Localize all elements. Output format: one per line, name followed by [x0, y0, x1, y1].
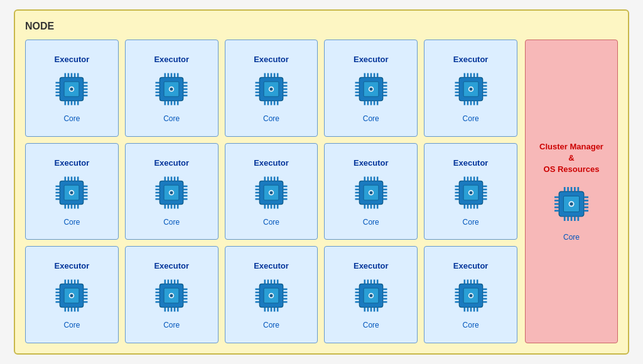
core-label: Core	[363, 321, 379, 329]
executor-box-1-2: Executor Core	[225, 143, 318, 240]
cpu-chip-icon	[150, 68, 193, 110]
cpu-chip-icon	[250, 274, 293, 317]
cluster-panel: Cluster Manager&OS Resources	[525, 40, 618, 343]
executor-label: Executor	[354, 158, 389, 168]
executor-label: Executor	[55, 55, 90, 64]
executor-box-1-1: Executor Core	[125, 143, 219, 240]
svg-point-27	[170, 87, 173, 90]
svg-point-123	[70, 191, 73, 194]
executor-box-2-2: Executor Core	[225, 246, 318, 343]
core-label: Core	[463, 321, 479, 329]
executor-label: Executor	[254, 261, 289, 270]
cluster-manager-title: Cluster Manager&OS Resources	[539, 141, 603, 176]
svg-point-171	[269, 191, 273, 194]
svg-point-147	[170, 191, 173, 194]
executor-label: Executor	[154, 55, 189, 64]
executor-label: Executor	[354, 55, 389, 64]
cluster-chip-icon	[549, 181, 594, 227]
executor-label: Executor	[453, 158, 489, 168]
core-label: Core	[263, 114, 279, 123]
cpu-chip-icon	[50, 68, 93, 110]
executor-label: Executor	[154, 158, 189, 168]
executors-area: Executor CoreExecutor	[25, 40, 517, 343]
cluster-core-label: Core	[563, 233, 580, 242]
cpu-chip-icon	[50, 171, 93, 214]
svg-point-363	[570, 203, 573, 206]
executor-label: Executor	[453, 261, 489, 270]
core-label: Core	[163, 114, 180, 123]
executor-box-0-2: Executor Core	[225, 40, 318, 137]
main-layout: Executor CoreExecutor	[25, 40, 618, 343]
core-label: Core	[363, 218, 379, 227]
executor-box-2-4: Executor Core	[424, 246, 517, 343]
executor-label: Executor	[354, 261, 389, 270]
cpu-chip-icon	[250, 68, 293, 110]
cpu-chip-icon	[250, 171, 293, 214]
executor-label: Executor	[55, 158, 90, 168]
core-label: Core	[63, 218, 80, 227]
core-label: Core	[363, 114, 379, 123]
executor-box-2-3: Executor Core	[324, 246, 418, 343]
core-label: Core	[63, 114, 80, 123]
svg-point-339	[469, 294, 472, 297]
executor-box-2-1: Executor Core	[125, 246, 219, 343]
core-label: Core	[463, 114, 479, 123]
executor-box-1-4: Executor Core	[424, 143, 517, 240]
executor-label: Executor	[154, 261, 189, 270]
executor-box-1-3: Executor Core	[324, 143, 418, 240]
cpu-chip-icon	[450, 274, 492, 317]
executor-label: Executor	[453, 55, 489, 64]
core-label: Core	[263, 218, 279, 227]
svg-point-267	[170, 294, 173, 297]
cpu-chip-icon	[350, 274, 392, 317]
node-container: NODE Executor	[14, 9, 629, 355]
core-label: Core	[163, 321, 180, 329]
executor-box-0-1: Executor Core	[125, 40, 219, 137]
svg-point-291	[269, 294, 273, 297]
svg-point-3	[70, 87, 73, 90]
executor-row-0: Executor CoreExecutor	[25, 40, 517, 137]
svg-point-195	[369, 191, 372, 194]
core-label: Core	[63, 321, 80, 329]
svg-point-315	[369, 294, 372, 297]
executor-label: Executor	[254, 55, 289, 64]
cpu-chip-icon	[450, 68, 492, 110]
executor-label: Executor	[55, 261, 90, 270]
cpu-chip-icon	[50, 274, 93, 317]
executor-row-1: Executor CoreExecutor	[25, 143, 517, 240]
core-label: Core	[163, 218, 180, 227]
executor-box-1-0: Executor Core	[25, 143, 119, 240]
executor-box-0-3: Executor Core	[324, 40, 418, 137]
cpu-chip-icon	[350, 171, 392, 214]
cpu-chip-icon	[350, 68, 392, 110]
svg-point-75	[369, 87, 372, 90]
cpu-chip-icon	[450, 171, 492, 214]
executor-box-0-0: Executor Core	[25, 40, 119, 137]
svg-point-243	[70, 294, 73, 297]
svg-point-51	[269, 87, 273, 90]
svg-point-99	[469, 87, 472, 90]
executor-row-2: Executor CoreExecutor	[25, 246, 517, 343]
core-label: Core	[263, 321, 279, 329]
cpu-chip-icon	[150, 171, 193, 214]
executor-label: Executor	[254, 158, 289, 168]
executor-box-2-0: Executor Core	[25, 246, 119, 343]
node-label: NODE	[25, 21, 618, 32]
executor-box-0-4: Executor Core	[424, 40, 517, 137]
core-label: Core	[463, 218, 479, 227]
svg-point-219	[469, 191, 472, 194]
cpu-chip-icon	[150, 274, 193, 317]
